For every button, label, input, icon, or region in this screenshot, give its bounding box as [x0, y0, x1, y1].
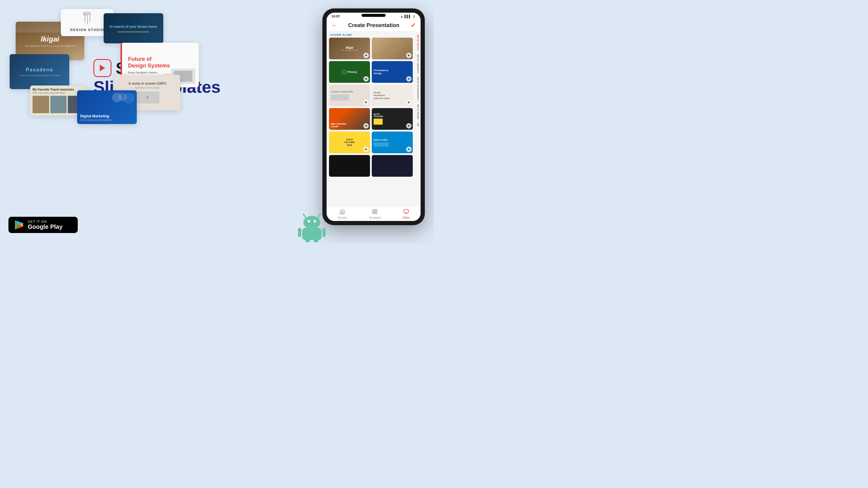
svg-rect-6 [375, 209, 377, 211]
slide-row-content: ✓ Privacy 👁 ParticipatoryDesign 👁 [329, 61, 413, 83]
digital-marketing-title: Digital Marketing [80, 114, 110, 118]
study-title: A study in scarlet (1897) [128, 82, 166, 85]
ikigai-subtitle: The Japanese Secret to a Long and Happy … [25, 44, 75, 47]
back-button[interactable]: ← [332, 22, 337, 29]
right-tab-bar: COVER SLIDE CONTENT SLIDE COMPARISON SLI… [415, 32, 421, 206]
nav-templates[interactable]: Templates [369, 209, 381, 219]
right-tab-comparison[interactable]: COMPARISON SLIDE [416, 75, 420, 102]
svg-rect-9 [404, 209, 408, 213]
slide-card-blitz[interactable]: BLITZSCALING 👁 [372, 108, 413, 130]
right-tab-content[interactable]: CONTENT SLIDE [416, 53, 420, 75]
google-play-text: GET IT ON Google Play [28, 220, 63, 230]
eye-icon-privacy[interactable]: 👁 [363, 76, 369, 82]
slide-card-study[interactable]: A study in scarlet (1887) 👁 [329, 85, 370, 106]
right-tab-qu[interactable]: QU [416, 121, 420, 128]
nav-themes[interactable]: Themes [337, 209, 347, 219]
google-play-badge[interactable]: GET IT ON Google Play [8, 217, 78, 233]
dream-home-title: In search of your dream home [110, 24, 157, 29]
phone-mockup: 14:07 ▲ ▌▌▌ 🔋 ← Create Presentation ✓ CO… [322, 8, 425, 225]
confirm-button[interactable]: ✓ [411, 22, 416, 29]
slide-thumb-digital-marketing: Digital Marketing How to reach your idea… [77, 90, 137, 124]
slides-icon [403, 209, 409, 216]
future-design-title: Future ofDesign Systems [128, 56, 194, 69]
svg-rect-8 [373, 212, 374, 214]
themes-icon [340, 209, 345, 216]
eye-icon-books[interactable]: 👁 [406, 53, 411, 58]
templates-label: Templates [369, 216, 381, 219]
svg-point-14 [303, 216, 320, 229]
create-presentation-title: Create Presentation [348, 22, 399, 29]
signal-icon: ▌▌▌ [405, 15, 411, 18]
svg-rect-7 [375, 212, 377, 214]
themes-label: Themes [337, 216, 347, 219]
pasadena-title: Pasadena [26, 67, 53, 72]
slide-row-study: A study in scarlet (1887) 👁 Art andArchi… [329, 85, 413, 106]
slide-card-books[interactable]: 📚 👁 [372, 38, 413, 59]
slide-thumb-pasadena: Pasadena in search of the places designe… [10, 54, 69, 89]
cover-slide-label: COVER SLIDE [329, 32, 413, 38]
svg-rect-5 [373, 209, 374, 211]
phone-notch [362, 14, 385, 17]
eye-icon-ikigai[interactable]: 👁 [363, 53, 369, 58]
phone-time: 14:07 [332, 14, 340, 18]
slide-card-participatory[interactable]: ParticipatoryDesign 👁 [372, 61, 413, 83]
svg-point-16 [314, 220, 316, 223]
svg-marker-0 [100, 65, 105, 72]
slide-card-dark2[interactable] [372, 155, 413, 177]
android-robot [297, 211, 327, 244]
phone-content: COVER SLIDE Ikigai The Japanese Secret 👁… [327, 32, 421, 206]
svg-rect-20 [305, 239, 310, 242]
phone-screen: 14:07 ▲ ▌▌▌ 🔋 ← Create Presentation ✓ CO… [327, 13, 421, 221]
slide-card-ikigai[interactable]: Ikigai The Japanese Secret 👁 [329, 38, 370, 59]
svg-rect-21 [314, 239, 318, 242]
eye-icon-salesleads[interactable]: 👁 [406, 147, 411, 152]
design-studio-title: DESIGN STUDIO [70, 28, 104, 32]
slide-card-artarch[interactable]: Art andArchitectureunder the Cholas 👁 [372, 85, 413, 106]
travel-title: My Favorite Travel memories [33, 88, 84, 91]
svg-rect-18 [298, 228, 301, 237]
svg-rect-19 [322, 228, 326, 237]
study-subtitle: By Arthur Conan Doyle [135, 87, 159, 89]
show-app-icon [93, 59, 112, 77]
eye-icon-blitz[interactable]: 👁 [406, 123, 411, 129]
slide-card-coldtips[interactable]: COLDCALLINGTIPS 👁 [329, 132, 370, 153]
eye-icon-participatory[interactable]: 👁 [406, 76, 411, 82]
get-it-on-label: GET IT ON [28, 220, 63, 223]
right-tab-image[interactable]: IMAGE SLIDE [416, 102, 420, 121]
eye-icon-coldtips[interactable]: 👁 [363, 147, 369, 152]
wifi-icon: ▲ [400, 15, 403, 18]
svg-rect-17 [302, 228, 321, 240]
travel-subtitle: Work hard make money and travel. [33, 92, 84, 94]
battery-icon: 🔋 [412, 15, 416, 18]
slide-row-dark [329, 155, 413, 177]
slides-label: Slides [403, 216, 410, 219]
eye-icon-study[interactable]: 👁 [363, 100, 369, 105]
slide-row-mba: MBA LESSONSCHAMP 👁 BLITZSCALING 👁 [329, 108, 413, 130]
google-play-icon [14, 220, 24, 230]
slide-card-privacy[interactable]: ✓ Privacy 👁 [329, 61, 370, 83]
digital-marketing-subtitle: How to reach your ideal audience [80, 119, 112, 121]
slides-list: COVER SLIDE Ikigai The Japanese Secret 👁… [327, 32, 415, 206]
slide-row-image: COLDCALLINGTIPS 👁 Sales Leads 👁 [329, 132, 413, 153]
phone-bottom-nav: Themes Templates [327, 206, 421, 221]
status-icons: ▲ ▌▌▌ 🔋 [400, 15, 416, 18]
phone-header: ← Create Presentation ✓ [327, 19, 421, 32]
slide-thumb-dream-home: In search of your dream home [104, 13, 163, 43]
svg-point-15 [308, 220, 310, 223]
eye-icon-artarch[interactable]: 👁 [406, 100, 411, 105]
eye-icon-basketball[interactable]: 👁 [363, 123, 369, 129]
slide-card-dark1[interactable] [329, 155, 370, 177]
right-tab-cover[interactable]: COVER SLIDE [416, 33, 420, 53]
nav-slides[interactable]: Slides [403, 209, 410, 219]
store-name-label: Google Play [28, 223, 63, 230]
play-icon [98, 64, 107, 72]
templates-icon [372, 209, 377, 216]
ikigai-title: Ikigai [41, 35, 59, 43]
slide-card-salesleads[interactable]: Sales Leads 👁 [372, 132, 413, 153]
slide-row-cover: Ikigai The Japanese Secret 👁 📚 👁 [329, 38, 413, 59]
slide-card-basketball[interactable]: MBA LESSONSCHAMP 👁 [329, 108, 370, 130]
